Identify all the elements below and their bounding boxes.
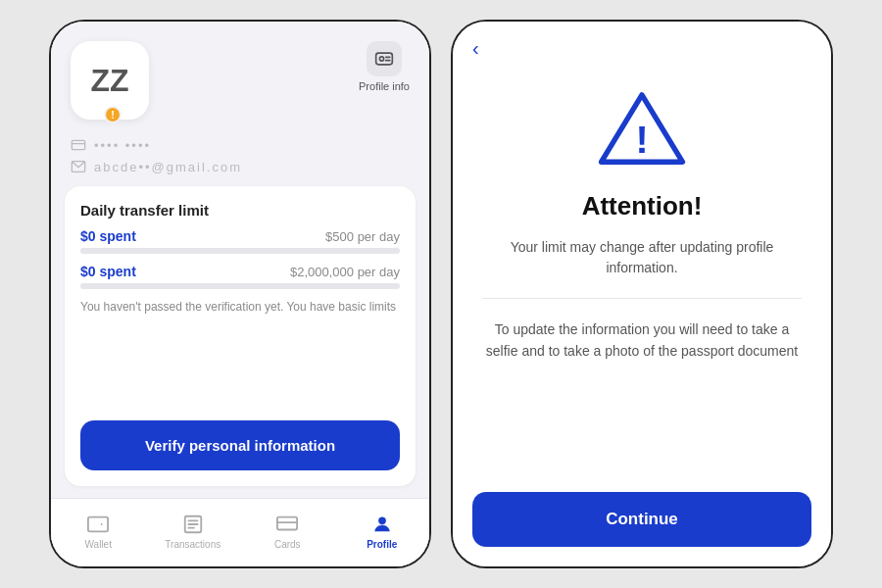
svg-point-1 [379, 57, 383, 61]
progress-bar-1 [80, 248, 400, 254]
wallet-icon [86, 513, 110, 536]
right-phone-frame: ‹ ! Attention! Your limit may change aft… [451, 20, 833, 568]
profile-icon [370, 513, 394, 536]
attention-subtitle: Your limit may change after updating pro… [482, 237, 802, 278]
limit-amounts-1: $0 spent $500 per day [80, 228, 400, 244]
attention-description: To update the information you will need … [482, 318, 802, 363]
svg-text:!: ! [635, 118, 648, 161]
card-row: •••• •••• [71, 137, 410, 153]
transfer-card: Daily transfer limit $0 spent $500 per d… [65, 186, 416, 486]
progress-fill-2 [80, 283, 87, 289]
limit-row-1: $0 spent $500 per day [80, 228, 400, 254]
spent-label-1: $0 spent [80, 228, 136, 244]
nav-wallet[interactable]: Wallet [51, 513, 146, 550]
svg-rect-4 [72, 140, 84, 149]
progress-fill-1 [80, 248, 87, 254]
profile-info-button[interactable]: Profile info [359, 41, 410, 92]
cards-icon [275, 513, 299, 536]
profile-header: ZZ ! Profile info [51, 22, 429, 129]
limit-label-2: $2,000,000 per day [290, 265, 400, 279]
profile-info-icon [367, 41, 402, 76]
limit-row-2: $0 spent $2,000,000 per day [80, 264, 400, 289]
verification-note: You haven't passed the verification yet.… [80, 299, 400, 316]
nav-wallet-label: Wallet [85, 539, 112, 550]
attention-title: Attention! [582, 191, 703, 221]
verify-button[interactable]: Verify personal information [80, 420, 400, 471]
nav-profile[interactable]: Profile [335, 513, 430, 550]
profile-info-label: Profile info [359, 80, 410, 92]
right-phone-content: ‹ ! Attention! Your limit may change aft… [453, 22, 831, 566]
spent-label-2: $0 spent [80, 264, 136, 279]
bottom-nav: Wallet Transactions [51, 498, 429, 566]
divider [482, 298, 802, 299]
continue-button[interactable]: Continue [472, 492, 811, 547]
email-icon [71, 159, 86, 174]
left-phone-frame: ZZ ! Profile info [49, 20, 431, 568]
nav-transactions[interactable]: Transactions [146, 513, 241, 550]
card-icon [71, 137, 86, 153]
email-row: abcde••@gmail.com [71, 159, 410, 174]
card-number-blurred: •••• •••• [94, 138, 151, 153]
attention-body: ! Attention! Your limit may change after… [453, 60, 831, 492]
person-card-icon [374, 49, 394, 69]
svg-point-14 [378, 516, 385, 523]
transfer-title: Daily transfer limit [80, 202, 400, 219]
email-blurred: abcde••@gmail.com [94, 160, 242, 174]
nav-profile-label: Profile [367, 539, 397, 550]
user-details: •••• •••• abcde••@gmail.com [51, 129, 429, 186]
nav-cards-label: Cards [274, 539, 301, 550]
nav-cards[interactable]: Cards [240, 513, 335, 550]
limit-amounts-2: $0 spent $2,000,000 per day [80, 264, 400, 279]
left-phone-content: ZZ ! Profile info [51, 22, 429, 566]
avatar-wrapper: ZZ ! [71, 41, 149, 120]
alert-dot: ! [104, 106, 122, 123]
back-button[interactable]: ‹ [453, 22, 831, 60]
limit-label-1: $500 per day [325, 229, 400, 244]
warning-triangle-icon: ! [598, 89, 686, 168]
svg-rect-7 [88, 516, 108, 531]
svg-rect-12 [277, 516, 297, 529]
nav-transactions-label: Transactions [165, 539, 220, 550]
progress-bar-2 [80, 283, 400, 289]
transactions-icon [181, 513, 205, 536]
